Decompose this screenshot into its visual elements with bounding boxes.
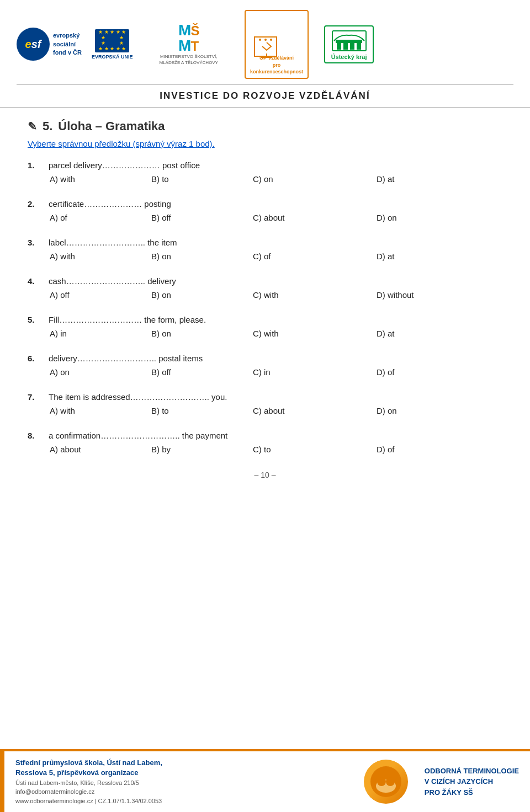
q1-options: A) with B) to C) on D) at (50, 174, 502, 184)
question-8: 8. a confirmation……………………….. the payment… (28, 431, 502, 454)
footer-right-title-3: PRO ŽÁKY SŠ (425, 787, 519, 798)
svg-rect-13 (349, 40, 356, 43)
q1-opt-c: C) on (253, 174, 374, 184)
q4-opt-b: B) on (151, 290, 251, 300)
question-1: 1. parcel delivery………………… post office A)… (28, 161, 502, 184)
q3-opt-a: A) with (50, 252, 149, 261)
svg-point-17 (377, 777, 386, 786)
q4-opt-c: C) with (253, 290, 374, 300)
footer-school-detail-2: info@odbornaterminologie.cz (15, 787, 347, 797)
ustecky-logo: Ústecký kraj (324, 25, 374, 63)
main-content: ✎ 5. Úloha – Gramatika Vyberte správnou … (0, 108, 530, 501)
q1-row: 1. parcel delivery………………… post office (28, 161, 502, 170)
q2-num: 2. (28, 199, 44, 209)
q2-text: certificate………………… posting (49, 199, 171, 209)
q1-num: 1. (28, 161, 44, 170)
q6-opt-b: B) off (151, 367, 251, 377)
task-title: ✎ 5. Úloha – Gramatika (28, 119, 502, 133)
svg-point-18 (386, 777, 395, 786)
q2-options: A) of B) off C) about D) on (50, 213, 502, 222)
question-5: 5. Fill………………………… the form, please. A) i… (28, 315, 502, 338)
footer: Střední průmyslová škola, Ústí nad Labem… (0, 749, 530, 812)
ustecky-label: Ústecký kraj (330, 54, 368, 60)
header-title: INVESTICE DO ROZVOJE VZDĚLÁVÁNÍ (17, 84, 513, 101)
q6-row: 6. delivery……………………….. postal items (28, 354, 502, 363)
footer-left-bar (0, 751, 4, 812)
q5-options: A) in B) on C) with D) at (50, 329, 502, 338)
question-4: 4. cash……………………….. delivery A) off B) on… (28, 276, 502, 300)
q6-opt-c: C) in (253, 367, 374, 377)
question-3: 3. label……………………….. the item A) with B) … (28, 238, 502, 261)
task-name: Úloha – Gramatika (58, 119, 165, 133)
esf-logo: esf evropský sociální fond v ČR (17, 28, 82, 61)
esf-text: evropský sociální fond v ČR (53, 31, 82, 57)
q4-options: A) off B) on C) with D) without (50, 290, 502, 300)
q6-options: A) on B) off C) in D) of (50, 367, 502, 377)
svg-rect-11 (336, 40, 342, 43)
eu-label: EVROPSKÁ UNIE (92, 54, 133, 60)
questions-list: 1. parcel delivery………………… post office A)… (28, 161, 502, 454)
footer-right-title-2: V CIZÍCH JAZYCÍCH (425, 776, 519, 787)
q8-row: 8. a confirmation……………………….. the payment (28, 431, 502, 440)
msmt-bottom-text: MINISTERSTVO ŠKOLSTVÍ,MLÁDEŽE A TĚLOVÝCH… (159, 54, 218, 66)
q5-num: 5. (28, 315, 44, 324)
q5-text: Fill………………………… the form, please. (49, 315, 206, 324)
q7-row: 7. The item is addressed……………………….. you. (28, 392, 502, 402)
msmt-logo: MŠ MT MINISTERSTVO ŠKOLSTVÍ,MLÁDEŽE A TĚ… (159, 23, 218, 66)
logos-row: esf evropský sociální fond v ČR ★ ★ ★ ★ … (17, 10, 513, 79)
svg-point-3 (270, 39, 272, 41)
question-6: 6. delivery……………………….. postal items A) o… (28, 354, 502, 377)
q2-opt-c: C) about (253, 213, 374, 222)
svg-rect-12 (342, 40, 349, 43)
q1-opt-a: A) with (50, 174, 149, 184)
q7-opt-b: B) to (151, 406, 251, 415)
svg-rect-14 (356, 40, 362, 43)
q7-options: A) with B) to C) about D) on (50, 406, 502, 415)
q6-opt-a: A) on (50, 367, 149, 377)
question-7: 7. The item is addressed……………………….. you.… (28, 392, 502, 415)
svg-point-1 (259, 39, 261, 41)
q3-opt-d: D) at (377, 252, 476, 261)
q8-options: A) about B) by C) to D) of (50, 445, 502, 454)
op-icon (250, 20, 283, 48)
page-number: – 10 – (28, 471, 502, 479)
q3-text: label……………………….. the item (49, 238, 177, 247)
q8-opt-c: C) to (253, 445, 374, 454)
q7-opt-c: C) about (253, 406, 374, 415)
q5-opt-b: B) on (151, 329, 251, 338)
q4-row: 4. cash……………………….. delivery (28, 276, 502, 286)
q8-opt-a: A) about (50, 445, 149, 454)
q1-text: parcel delivery………………… post office (49, 161, 200, 170)
q3-row: 3. label……………………….. the item (28, 238, 502, 247)
q4-num: 4. (28, 276, 44, 286)
q5-opt-d: D) at (377, 329, 476, 338)
q7-text: The item is addressed……………………….. you. (49, 392, 227, 402)
op-logo: OP Vzdělávání pro konkurenceschopnost (245, 10, 309, 79)
q4-opt-a: A) off (50, 290, 149, 300)
svg-rect-9 (350, 42, 354, 50)
q3-num: 3. (28, 238, 44, 247)
q4-text: cash……………………….. delivery (49, 276, 176, 286)
q3-opt-c: C) of (253, 252, 374, 261)
q2-opt-d: D) on (377, 213, 476, 222)
task-instruction: Vyberte správnou předložku (správný výra… (28, 139, 502, 148)
q1-opt-d: D) at (377, 174, 476, 184)
header: esf evropský sociální fond v ČR ★ ★ ★ ★ … (0, 0, 530, 108)
question-2: 2. certificate………………… posting A) of B) o… (28, 199, 502, 222)
task-icon: ✎ (28, 120, 37, 133)
footer-right-title-1: ODBORNÁ TERMINOLOGIE (425, 766, 519, 777)
svg-point-2 (264, 39, 267, 41)
q8-opt-d: D) of (377, 445, 476, 454)
q2-opt-b: B) off (151, 213, 251, 222)
q8-num: 8. (28, 431, 44, 440)
q7-num: 7. (28, 392, 44, 402)
footer-school-detail-1: Ústí nad Labem-město, Klíše, Resslova 21… (15, 778, 347, 788)
q8-text: a confirmation……………………….. the payment (49, 431, 227, 440)
q3-options: A) with B) on C) of D) at (50, 252, 502, 261)
q5-opt-c: C) with (253, 329, 374, 338)
q5-opt-a: A) in (50, 329, 149, 338)
footer-school-info: Střední průmyslová škola, Ústí nad Labem… (4, 751, 358, 812)
q6-opt-d: D) of (377, 367, 476, 377)
esf-circle-icon: esf (17, 28, 50, 61)
q6-num: 6. (28, 354, 44, 363)
